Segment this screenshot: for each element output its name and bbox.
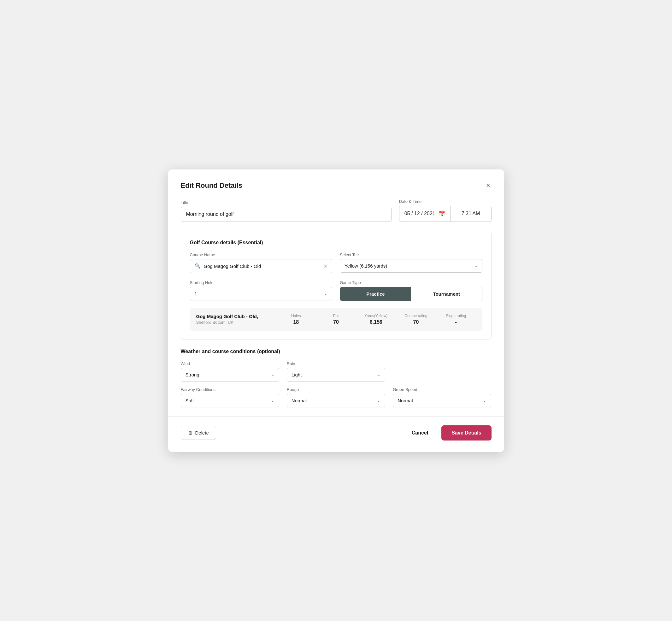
footer-row: 🗑 Delete Cancel Save Details (181, 425, 492, 441)
calendar-icon: 📅 (438, 210, 445, 217)
wind-field: Wind Strong ⌄ (181, 361, 279, 381)
rough-field: Rough Normal ⌄ (287, 387, 385, 407)
footer-right: Cancel Save Details (406, 425, 492, 441)
rain-dropdown[interactable]: Light ⌄ (287, 368, 385, 381)
modal-header: Edit Round Details × (181, 181, 492, 190)
close-button[interactable]: × (485, 181, 492, 190)
course-info-name-text: Gog Magog Golf Club - Old, (196, 314, 276, 319)
datetime-field-group: Date & Time 05 / 12 / 2021 📅 7:31 AM (399, 199, 492, 222)
cancel-button[interactable]: Cancel (406, 426, 434, 440)
tournament-button[interactable]: Tournament (411, 287, 482, 301)
game-type-label: Game Type (340, 280, 482, 285)
conditions-row: Fairway Conditions Soft ⌄ Rough Normal ⌄… (181, 387, 492, 407)
footer-divider (168, 416, 504, 417)
wind-label: Wind (181, 361, 279, 366)
date-input-wrap[interactable]: 05 / 12 / 2021 📅 (399, 206, 451, 222)
course-stat-holes: Holes 18 (276, 314, 316, 325)
delete-button[interactable]: 🗑 Delete (181, 426, 216, 440)
course-stat-yards: Yards(Yellow) 6,156 (356, 314, 396, 325)
trash-icon: 🗑 (188, 430, 193, 436)
holes-value: 18 (293, 319, 299, 325)
fairway-dropdown[interactable]: Soft ⌄ (181, 394, 279, 407)
clear-icon[interactable]: ✕ (323, 263, 328, 269)
par-label: Par (316, 314, 356, 318)
course-info-row: Gog Magog Golf Club - Old, Shelford Bott… (190, 308, 482, 331)
starting-hole-value: 1 (195, 291, 197, 296)
course-info-name: Gog Magog Golf Club - Old, Shelford Bott… (196, 314, 276, 325)
rain-value: Light (292, 372, 302, 377)
chevron-down-icon-rain: ⌄ (377, 372, 380, 377)
rain-label: Rain (287, 361, 385, 366)
game-type-field: Game Type Practice Tournament (340, 280, 482, 301)
fairway-label: Fairway Conditions (181, 387, 279, 392)
select-tee-value: Yellow (6,156 yards) (344, 263, 387, 268)
course-rating-value: 70 (413, 319, 419, 325)
course-two-col: Course Name 🔍 ✕ Select Tee Yellow (6,156… (190, 252, 482, 273)
spacer (393, 361, 491, 381)
course-name-input-wrap[interactable]: 🔍 ✕ (190, 259, 333, 273)
chevron-down-icon-2: ⌄ (324, 291, 328, 296)
green-speed-value: Normal (397, 398, 413, 403)
course-section: Golf Course details (Essential) Course N… (181, 231, 492, 340)
edit-round-modal: Edit Round Details × Title Date & Time 0… (168, 169, 504, 452)
save-button[interactable]: Save Details (442, 425, 491, 441)
title-label: Title (181, 200, 391, 205)
course-name-input[interactable] (204, 263, 321, 269)
course-rating-label: Course rating (396, 314, 436, 318)
title-input[interactable] (181, 207, 391, 222)
course-stat-course-rating: Course rating 70 (396, 314, 436, 325)
green-speed-field: Green Speed Normal ⌄ (393, 387, 491, 407)
wind-dropdown[interactable]: Strong ⌄ (181, 368, 279, 381)
rough-dropdown[interactable]: Normal ⌄ (287, 394, 385, 407)
green-speed-label: Green Speed (393, 387, 491, 392)
select-tee-field: Select Tee Yellow (6,156 yards) ⌄ (340, 252, 482, 273)
chevron-down-icon: ⌄ (474, 263, 478, 268)
weather-section: Weather and course conditions (optional)… (181, 349, 492, 407)
chevron-down-icon-rough: ⌄ (377, 398, 380, 403)
yards-value: 6,156 (370, 319, 382, 325)
modal-title: Edit Round Details (181, 181, 243, 190)
fairway-value: Soft (185, 398, 194, 403)
select-tee-dropdown[interactable]: Yellow (6,156 yards) ⌄ (340, 259, 482, 273)
wind-rain-row: Wind Strong ⌄ Rain Light ⌄ (181, 361, 492, 381)
hole-gametype-row: Starting Hole 1 ⌄ Game Type Practice Tou… (190, 280, 482, 301)
game-type-toggle: Practice Tournament (340, 287, 482, 301)
select-tee-label: Select Tee (340, 252, 482, 257)
datetime-label: Date & Time (399, 199, 492, 204)
rough-value: Normal (292, 398, 307, 403)
delete-label: Delete (195, 430, 209, 436)
course-stat-par: Par 70 (316, 314, 356, 325)
top-row: Title Date & Time 05 / 12 / 2021 📅 7:31 … (181, 199, 492, 222)
course-name-label: Course Name (190, 252, 333, 257)
practice-button[interactable]: Practice (340, 287, 411, 301)
weather-section-title: Weather and course conditions (optional) (181, 349, 492, 355)
time-input-wrap[interactable]: 7:31 AM (451, 206, 492, 222)
rough-label: Rough (287, 387, 385, 392)
yards-label: Yards(Yellow) (356, 314, 396, 318)
course-info-location: Shelford Bottom, UK (196, 320, 276, 325)
chevron-down-icon-fairway: ⌄ (271, 398, 275, 403)
search-icon: 🔍 (195, 263, 201, 269)
fairway-field: Fairway Conditions Soft ⌄ (181, 387, 279, 407)
title-field-group: Title (181, 200, 391, 222)
chevron-down-icon-green: ⌄ (483, 398, 487, 403)
datetime-group: 05 / 12 / 2021 📅 7:31 AM (399, 206, 492, 222)
wind-value: Strong (185, 372, 199, 377)
time-value: 7:31 AM (462, 211, 480, 216)
course-stat-slope-rating: Slope rating - (436, 314, 476, 325)
starting-hole-dropdown[interactable]: 1 ⌄ (190, 287, 333, 300)
slope-rating-value: - (455, 319, 457, 325)
chevron-down-icon-wind: ⌄ (271, 372, 275, 377)
slope-rating-label: Slope rating (436, 314, 476, 318)
green-speed-dropdown[interactable]: Normal ⌄ (393, 394, 491, 407)
holes-label: Holes (276, 314, 316, 318)
rain-field: Rain Light ⌄ (287, 361, 385, 381)
par-value: 70 (333, 319, 339, 325)
date-value: 05 / 12 / 2021 (405, 211, 435, 216)
starting-hole-label: Starting Hole (190, 280, 333, 285)
starting-hole-field: Starting Hole 1 ⌄ (190, 280, 333, 301)
course-section-title: Golf Course details (Essential) (190, 240, 482, 246)
course-name-field: Course Name 🔍 ✕ (190, 252, 333, 273)
